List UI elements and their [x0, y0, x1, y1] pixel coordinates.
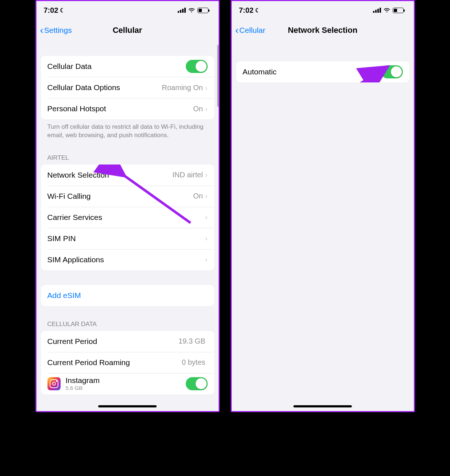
row-label: Carrier Services [47, 213, 205, 222]
status-bar: 7:02 ☾ [36, 1, 219, 19]
group-esim: Add eSIM [41, 285, 214, 306]
battery-icon [393, 8, 404, 13]
row-label: Cellular Data [47, 62, 186, 71]
row-current-period[interactable]: Current Period 19.3 GB [41, 331, 214, 352]
row-label: SIM PIN [47, 234, 205, 243]
row-detail: 0 bytes [182, 358, 205, 367]
toggle-automatic[interactable] [381, 65, 403, 78]
signal-icon [373, 8, 381, 13]
row-network-selection[interactable]: Network Selection IND airtel › [41, 165, 214, 186]
back-button[interactable]: ‹ Cellular [235, 25, 266, 35]
toggle-cellular-data[interactable] [186, 60, 208, 73]
row-wifi-calling[interactable]: Wi-Fi Calling On › [41, 186, 214, 207]
row-add-esim[interactable]: Add eSIM [41, 285, 214, 306]
row-app-instagram[interactable]: Instagram 5.6 GB [41, 373, 214, 394]
chevron-right-icon: › [205, 234, 208, 243]
row-label: Cellular Data Options [47, 83, 162, 92]
row-label: Network Selection [47, 171, 173, 179]
row-carrier-services[interactable]: Carrier Services › [41, 207, 214, 228]
chevron-left-icon: ‹ [235, 25, 239, 35]
row-detail: On [193, 105, 203, 113]
section-header-carrier: AIRTEL [41, 140, 214, 165]
group-usage: Current Period 19.3 GB Current Period Ro… [41, 331, 214, 394]
signal-icon [178, 8, 186, 13]
status-bar: 7:02 ☾ [232, 1, 414, 19]
battery-icon [197, 8, 208, 13]
row-label: Personal Hotspot [47, 104, 193, 113]
row-personal-hotspot[interactable]: Personal Hotspot On › [41, 98, 214, 119]
nav-bar: ‹ Settings Cellular [36, 19, 219, 41]
row-sim-pin[interactable]: SIM PIN › [41, 228, 214, 249]
back-label: Settings [44, 26, 72, 35]
row-cellular-data-options[interactable]: Cellular Data Options Roaming On › [41, 77, 214, 98]
row-label: Wi-Fi Calling [47, 192, 193, 201]
row-sim-applications[interactable]: SIM Applications › [41, 249, 214, 270]
status-time: 7:02 [239, 6, 254, 15]
nav-bar: ‹ Cellular Network Selection [232, 19, 414, 41]
chevron-right-icon: › [205, 255, 208, 264]
group-cellular-main: Cellular Data Cellular Data Options Roam… [41, 56, 214, 119]
group-footer: Turn off cellular data to restrict all d… [41, 119, 214, 140]
app-size: 5.6 GB [66, 385, 186, 391]
row-current-period-roaming[interactable]: Current Period Roaming 0 bytes [41, 352, 214, 373]
row-cellular-data[interactable]: Cellular Data [41, 56, 214, 77]
row-detail: 19.3 GB [178, 337, 205, 345]
section-header-usage: CELLULAR DATA [41, 306, 214, 331]
chevron-right-icon: › [205, 171, 208, 179]
row-detail: IND airtel [172, 171, 203, 179]
row-label: Add eSIM [47, 291, 208, 300]
wifi-icon [188, 8, 195, 13]
instagram-icon [47, 377, 61, 390]
chevron-right-icon: › [205, 192, 208, 200]
back-label: Cellular [239, 26, 265, 35]
row-label: SIM Applications [47, 255, 205, 264]
dnd-moon-icon: ☾ [60, 7, 65, 14]
toggle-app-instagram[interactable] [186, 377, 208, 390]
screenshot-network-selection: 7:02 ☾ ‹ Cellular Network Selection Auto… [231, 0, 415, 412]
status-time: 7:02 [44, 6, 58, 15]
dnd-moon-icon: ☾ [255, 7, 260, 14]
row-detail: Roaming On [162, 84, 203, 92]
wifi-icon [383, 8, 391, 13]
group-carrier: Network Selection IND airtel › Wi-Fi Cal… [41, 165, 214, 270]
row-automatic[interactable]: Automatic [236, 61, 409, 82]
chevron-right-icon: › [205, 84, 208, 92]
chevron-right-icon: › [205, 213, 208, 221]
app-name: Instagram [66, 376, 186, 385]
row-detail: On [193, 192, 203, 200]
row-label: Current Period [47, 337, 179, 346]
chevron-right-icon: › [205, 105, 208, 113]
row-label: Current Period Roaming [47, 358, 182, 367]
row-label: Automatic [243, 67, 381, 76]
chevron-left-icon: ‹ [40, 25, 43, 35]
home-indicator [98, 405, 157, 407]
screenshot-cellular: 7:02 ☾ ‹ Settings Cellular Cellular Data… [35, 0, 220, 412]
home-indicator [293, 405, 352, 407]
group-automatic: Automatic [236, 61, 409, 82]
back-button[interactable]: ‹ Settings [40, 25, 72, 35]
